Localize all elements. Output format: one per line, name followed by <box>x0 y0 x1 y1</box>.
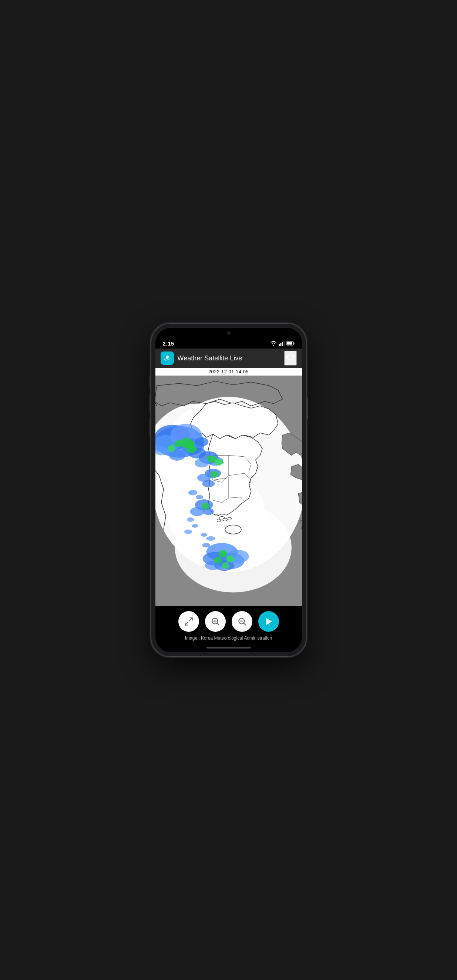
svg-point-44 <box>188 490 197 496</box>
fullscreen-icon <box>184 617 194 626</box>
mute-button[interactable] <box>149 375 151 387</box>
play-icon <box>264 617 273 626</box>
svg-point-46 <box>187 517 194 522</box>
map-timestamp: 2022.12.01.14:05 <box>156 368 302 375</box>
svg-point-16 <box>217 519 221 522</box>
status-bar: 2:15 <box>156 338 302 348</box>
fullscreen-button[interactable] <box>178 611 199 632</box>
svg-rect-3 <box>284 341 284 346</box>
svg-line-52 <box>189 618 192 621</box>
svg-point-31 <box>194 458 209 468</box>
phone-screen: 2:15 <box>156 328 302 652</box>
svg-point-18 <box>215 514 217 516</box>
svg-line-59 <box>244 623 246 625</box>
svg-rect-5 <box>294 343 294 344</box>
svg-line-55 <box>217 623 219 625</box>
svg-point-19 <box>228 517 231 520</box>
status-icons <box>270 341 295 346</box>
signal-icon <box>279 341 284 346</box>
svg-point-45 <box>196 495 203 499</box>
top-bar <box>156 328 302 338</box>
battery-icon <box>286 341 295 345</box>
svg-line-53 <box>185 622 188 625</box>
home-indicator[interactable] <box>206 647 251 649</box>
svg-point-28 <box>195 438 208 446</box>
camera-dot <box>227 331 230 335</box>
zoom-in-icon <box>211 617 220 626</box>
volume-down-button[interactable] <box>149 418 151 436</box>
refresh-button[interactable] <box>284 351 297 366</box>
zoom-out-icon <box>237 617 247 626</box>
svg-point-47 <box>192 524 198 528</box>
volume-up-button[interactable] <box>149 394 151 412</box>
map-image-area <box>156 377 302 606</box>
map-container[interactable]: 2022.12.01.14:05 <box>156 368 302 606</box>
wifi-icon <box>270 341 277 346</box>
svg-point-49 <box>201 533 207 537</box>
app-icon <box>160 352 174 365</box>
phone-device: 2:15 <box>151 323 306 657</box>
svg-rect-2 <box>282 342 283 346</box>
bottom-controls: Image : Korea Meteorological Administrat… <box>156 606 302 652</box>
attribution-text: Image : Korea Meteorological Administrat… <box>185 635 272 641</box>
svg-rect-1 <box>280 343 281 346</box>
status-time: 2:15 <box>163 340 174 347</box>
svg-point-50 <box>206 536 215 541</box>
zoom-out-button[interactable] <box>232 611 252 632</box>
svg-point-34 <box>202 480 215 487</box>
play-button[interactable] <box>258 611 279 632</box>
satellite-map-svg <box>156 377 302 606</box>
svg-point-17 <box>223 518 227 521</box>
svg-point-51 <box>202 543 210 547</box>
app-header: Weather Satellite Live <box>156 348 302 368</box>
app-logo-icon <box>163 354 172 363</box>
control-buttons-row <box>178 611 279 632</box>
svg-rect-0 <box>279 344 280 346</box>
svg-marker-61 <box>266 618 271 625</box>
svg-point-8 <box>166 356 169 358</box>
app-title: Weather Satellite Live <box>178 355 284 362</box>
svg-point-48 <box>184 530 192 534</box>
svg-point-14 <box>225 525 241 534</box>
power-button[interactable] <box>306 398 308 420</box>
svg-rect-6 <box>287 342 292 345</box>
refresh-icon <box>286 353 295 361</box>
zoom-in-button[interactable] <box>205 611 226 632</box>
